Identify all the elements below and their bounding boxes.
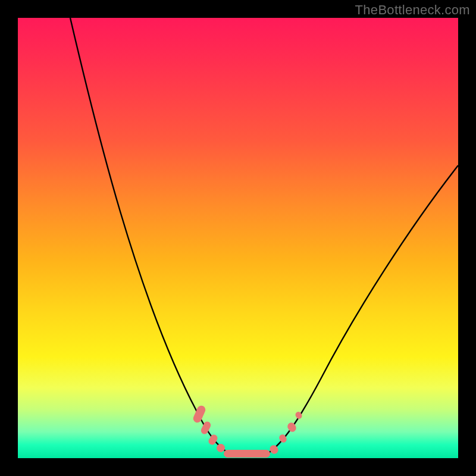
curve-right-arm [268, 165, 458, 453]
watermark-text: TheBottleneck.com [355, 2, 470, 18]
curve-left-arm [70, 18, 229, 453]
bottleneck-curve [18, 18, 458, 458]
chart-frame: TheBottleneck.com [0, 0, 476, 476]
plot-area [18, 18, 458, 458]
marker-bar [224, 450, 270, 458]
